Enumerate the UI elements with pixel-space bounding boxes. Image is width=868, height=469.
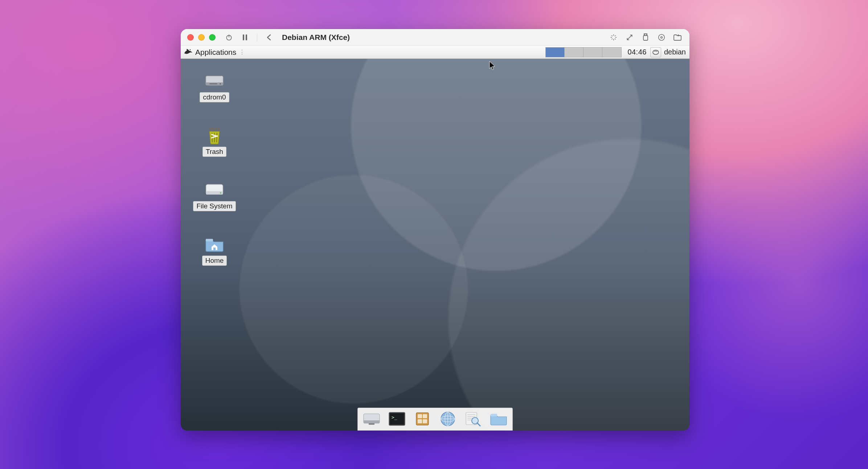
disc-icon [658,33,666,41]
desktop-icon-filesystem[interactable]: File System [195,181,234,211]
svg-rect-35 [423,419,427,423]
workspace-3[interactable] [584,48,602,57]
dock-app-finder[interactable] [463,410,483,428]
drive-cdrom-icon [204,72,225,90]
share-folder-icon [673,34,682,41]
user-menu[interactable]: debian [663,48,689,56]
svg-point-22 [220,192,221,194]
minimize-window-button[interactable] [198,34,205,41]
dock-home-folder[interactable] [488,410,509,428]
fullscreen-window-button[interactable] [209,34,216,41]
svg-rect-14 [209,83,217,84]
dock-web-browser[interactable] [438,410,458,428]
handle-icon: ⋮ [239,49,245,56]
vm-window: Debian ARM (Xfce) Applications ⋮ [181,29,689,431]
desktop-icon-trash[interactable]: Trash [195,126,234,157]
folder-icon [490,412,508,426]
svg-rect-34 [418,419,422,423]
panel-clock[interactable]: 04:46 [624,48,650,56]
desktop-icon-home[interactable]: Home [195,235,234,266]
svg-rect-23 [206,239,213,241]
xfce-bottom-dock: >_ [357,408,513,431]
svg-rect-3 [246,34,247,40]
vm-screen[interactable]: Applications ⋮ 04:46 debian [181,46,689,431]
pause-button[interactable] [239,32,250,43]
svg-rect-26 [364,420,380,423]
desktop-icons-column: cdrom0 Trash File System [195,72,234,266]
svg-point-9 [661,36,663,38]
desktop-icon-label: cdrom0 [200,92,229,102]
applications-menu-label: Applications [195,48,236,57]
resize-icon [626,34,633,41]
sparkle-icon [610,33,618,41]
svg-line-19 [217,133,217,142]
trash-icon [204,126,225,144]
dock-show-desktop[interactable] [361,410,382,428]
titlebar: Debian ARM (Xfce) [181,29,689,46]
svg-point-15 [220,83,221,84]
applications-menu[interactable]: Applications ⋮ [181,46,248,58]
toolbar-separator [257,33,257,41]
dock-file-manager[interactable] [412,410,433,428]
svg-rect-33 [423,414,427,418]
svg-rect-16 [209,128,220,131]
show-desktop-icon [363,412,380,425]
desktop-icon-label: Home [202,256,227,266]
svg-line-47 [477,423,480,426]
desktop-icon-cdrom0[interactable]: cdrom0 [195,72,234,102]
power-button[interactable] [224,32,234,43]
svg-rect-24 [213,248,216,250]
notification-tray-icon[interactable] [650,47,661,57]
resize-button[interactable] [624,32,635,43]
drive-harddisk-icon [204,181,225,199]
desktop-icon-label: Trash [202,147,226,157]
workspace-1[interactable] [546,48,565,57]
desktop-icon-label: File System [193,201,236,211]
traffic-lights [187,34,216,41]
svg-point-10 [190,49,191,50]
xfce-top-panel: Applications ⋮ 04:46 debian [181,46,689,59]
xfce-desktop[interactable]: cdrom0 Trash File System [181,59,689,431]
search-app-icon [465,411,482,427]
workspace-4[interactable] [602,48,621,57]
workspace-2[interactable] [565,48,584,57]
window-title: Debian ARM (Xfce) [282,33,350,42]
svg-point-8 [659,34,665,40]
svg-rect-48 [491,414,497,416]
display-settings-button[interactable] [608,32,619,43]
terminal-icon: >_ [388,412,406,426]
usb-icon [642,33,649,41]
web-browser-icon [440,411,456,427]
shared-folder-button[interactable] [672,32,683,43]
dock-terminal[interactable]: >_ [387,410,407,428]
file-manager-icon [415,411,430,427]
mouse-cursor-icon [489,61,496,70]
xfce-logo-icon [184,47,193,57]
folder-home-icon [204,235,225,253]
workspace-switcher[interactable] [545,47,622,57]
svg-rect-5 [643,36,648,40]
usb-button[interactable] [640,32,651,43]
drives-button[interactable] [656,32,667,43]
back-button[interactable] [264,32,275,43]
close-window-button[interactable] [187,34,194,41]
svg-rect-32 [418,414,422,418]
svg-text:>_: >_ [392,415,397,420]
svg-rect-27 [369,423,374,425]
svg-rect-2 [243,34,244,40]
